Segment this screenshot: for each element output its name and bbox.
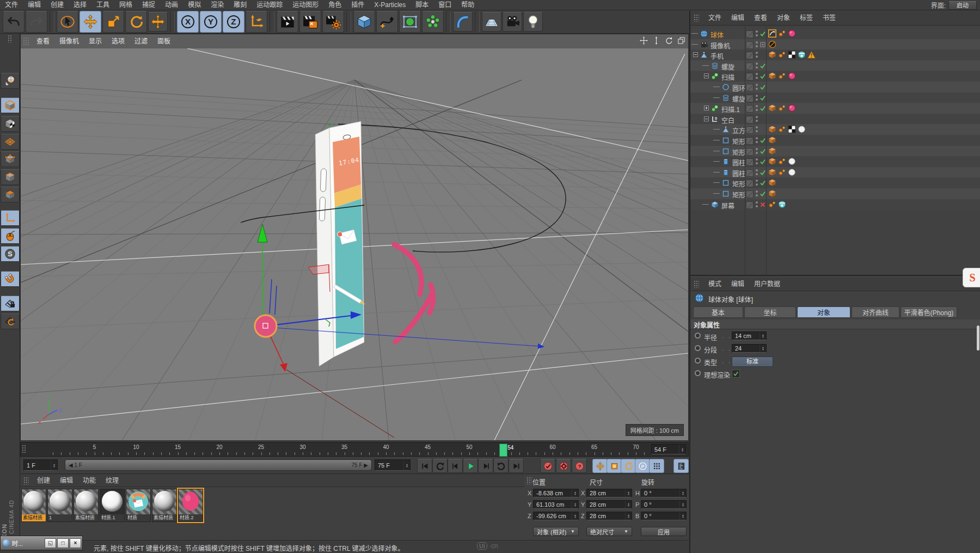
render-view-button[interactable] (277, 11, 298, 33)
coordinate-value[interactable]: 61.103 cm (534, 501, 572, 508)
tag-phong-icon[interactable] (778, 29, 786, 38)
menubar-item-4[interactable]: 工具 (91, 0, 114, 10)
menubar-item-6[interactable]: 捕捉 (137, 0, 160, 10)
object-label[interactable]: 球体 (710, 30, 724, 39)
enabled-check-icon[interactable] (759, 148, 766, 155)
object-manager-menu-4[interactable]: 标签 (795, 13, 818, 23)
layer-toggle[interactable] (746, 148, 754, 156)
primitive-cube-button[interactable] (353, 11, 375, 33)
coordinate-field[interactable]: 0 °▲▼ (641, 512, 687, 520)
minimized-timeline-window[interactable]: 时... ◱ □ × (0, 536, 83, 550)
coordinate-field[interactable]: -8.638 cm▲▼ (533, 489, 579, 497)
material-label[interactable]: 1 (48, 514, 72, 521)
floor-button[interactable] (482, 12, 501, 32)
tree-row[interactable]: 螺旋 (690, 60, 980, 71)
tag-poly-cube-icon[interactable] (768, 125, 776, 133)
axis-y-button[interactable]: Y (200, 11, 222, 33)
viewport-menu-0[interactable]: 查看 (32, 36, 54, 46)
visibility-dots[interactable] (755, 84, 758, 90)
coordinate-mode-dropdown[interactable]: 对象 (相对)▼ (533, 527, 579, 536)
visibility-dots[interactable] (755, 30, 758, 37)
tag-mat-pink-icon[interactable] (788, 72, 796, 80)
layer-toggle[interactable] (746, 95, 754, 102)
material-label[interactable]: 材质.1 (100, 514, 124, 521)
coordinate-field[interactable]: 61.103 cm▲▼ (533, 500, 579, 509)
visibility-dots[interactable] (755, 116, 758, 122)
enabled-check-icon[interactable] (759, 137, 766, 144)
layer-toggle[interactable] (746, 126, 754, 134)
snap-s-button[interactable]: S (1, 246, 20, 262)
axis-z-button[interactable]: Z (223, 11, 244, 33)
key-ring-icon[interactable] (695, 358, 701, 364)
tag-poly-cube-icon[interactable] (768, 168, 776, 176)
scene-3d[interactable]: 17:04 (21, 48, 688, 440)
tag-poly-cube-icon[interactable] (768, 72, 776, 80)
timeline-window-button[interactable] (673, 459, 689, 473)
next-frame-button[interactable] (478, 459, 493, 473)
tree-row[interactable]: 矩形.3 (690, 135, 980, 146)
layer-toggle[interactable] (746, 180, 754, 187)
material-label[interactable]: 素描材质 (22, 514, 46, 521)
apply-button[interactable]: 应用 (641, 527, 687, 536)
tree-row[interactable]: 矩形.1 (690, 177, 980, 188)
menubar-item-2[interactable]: 创建 (46, 0, 69, 10)
last-tool-button[interactable] (148, 12, 168, 32)
coordinate-grip[interactable] (526, 477, 532, 484)
snap-magnet-button[interactable] (1, 271, 20, 287)
rotate-workplane-button[interactable] (1, 314, 20, 329)
material-tile[interactable]: 1 (47, 489, 72, 522)
tag-circle-w-icon[interactable] (788, 168, 796, 176)
attribute-menu-2[interactable]: 用户数据 (749, 279, 785, 289)
visibility-dots[interactable] (755, 52, 758, 58)
menubar-item-7[interactable]: 动画 (160, 0, 183, 10)
collapse-icon[interactable] (693, 52, 698, 57)
menubar-item-0[interactable]: 文件 (0, 0, 23, 10)
object-manager-menu-0[interactable]: 文件 (703, 13, 726, 23)
coordinate-value[interactable]: -99.626 cm (534, 513, 572, 519)
floating-tool-icon[interactable]: S (963, 268, 980, 287)
menubar-item-10[interactable]: 雕刻 (229, 0, 252, 10)
menubar-item-3[interactable]: 选择 (69, 0, 91, 10)
preview-range-slider[interactable]: ◀ 1 F 75 F ▶ (65, 459, 372, 471)
material-tile[interactable]: 素描材质 (74, 489, 99, 522)
material-label[interactable]: 材质 (126, 514, 150, 521)
layer-toggle[interactable] (746, 158, 754, 166)
visibility-dots[interactable] (755, 41, 758, 48)
tag-poly-cube-icon[interactable] (768, 189, 776, 198)
enabled-check-icon[interactable] (759, 30, 766, 37)
attribute-menu-0[interactable]: 模式 (703, 279, 726, 289)
object-manager-menu-5[interactable]: 书签 (818, 13, 841, 23)
layer-toggle[interactable] (746, 105, 754, 113)
material-tile[interactable]: 材质.2 (178, 489, 203, 522)
tag-circle-w-icon[interactable] (788, 157, 796, 165)
tag-phong-icon[interactable] (778, 51, 786, 59)
coordinate-mode-dropdown[interactable]: 绝对尺寸▼ (586, 527, 632, 536)
tag-poly-cube-icon[interactable] (768, 179, 776, 187)
tag-display-sel-icon[interactable] (768, 29, 776, 38)
coordinate-spinner[interactable]: ▲▼ (625, 501, 632, 508)
tree-row[interactable]: 球体 (690, 28, 980, 39)
visibility-dots[interactable] (755, 201, 758, 208)
layer-toggle[interactable] (746, 84, 754, 91)
attribute-spinner[interactable]: ▲▼ (759, 332, 766, 340)
tree-row[interactable]: 立方体 (690, 124, 980, 135)
coordinate-spinner[interactable]: ▲▼ (572, 489, 578, 497)
enabled-check-icon[interactable] (759, 191, 766, 197)
current-frame-value[interactable]: 54 F (652, 446, 679, 453)
coordinate-field[interactable]: 28 cm▲▼ (586, 489, 632, 497)
move-button[interactable] (79, 11, 101, 33)
layer-toggle[interactable] (746, 52, 754, 59)
tab-3[interactable]: 对齐曲线 (852, 306, 899, 318)
render-settings-button[interactable] (322, 11, 344, 33)
tab-2[interactable]: 对象 (797, 306, 850, 318)
object-label[interactable]: 空白 (721, 115, 734, 125)
tree-row[interactable]: 扫描 (690, 71, 980, 82)
tag-poly-cube-icon[interactable] (768, 147, 776, 155)
key-ring-icon[interactable] (695, 345, 701, 351)
material-tile[interactable]: 材质.1 (100, 489, 125, 522)
attribute-spinner[interactable]: ▲▼ (759, 345, 766, 352)
object-label[interactable]: 摄像机 (710, 41, 730, 50)
material-menu-2[interactable]: 功能 (78, 476, 101, 486)
tag-phong-icon[interactable] (778, 157, 786, 165)
coordinate-spinner[interactable]: ▲▼ (572, 501, 578, 508)
